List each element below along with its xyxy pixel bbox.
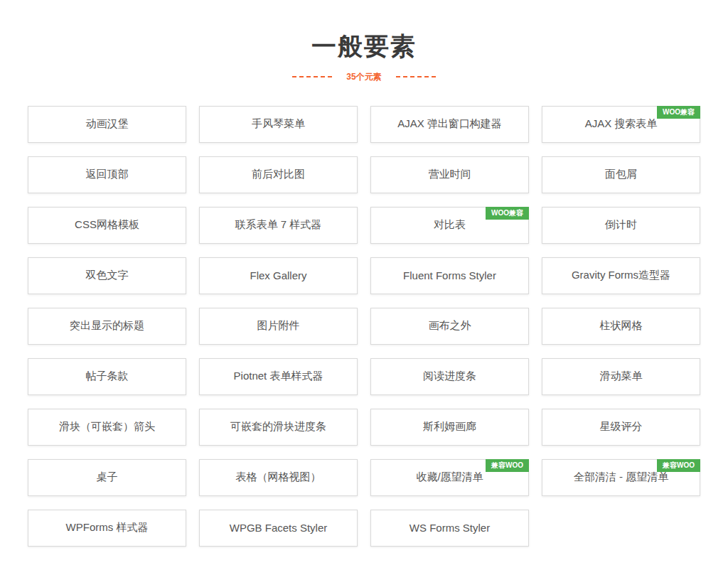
element-card[interactable]: Piotnet 表单样式器 — [199, 358, 358, 395]
element-card-label: 桌子 — [97, 471, 118, 484]
element-card-label: Flex Gallery — [250, 269, 306, 281]
element-card[interactable]: Flex Gallery — [199, 257, 358, 294]
element-card[interactable]: 阅读进度条 — [370, 358, 529, 395]
page-title: 一般要素 — [0, 33, 728, 60]
element-card-label: 柱状网格 — [600, 319, 643, 333]
element-card-label: 斯利姆画廊 — [423, 420, 476, 434]
element-count-label: 35个元素 — [346, 71, 381, 83]
element-card[interactable]: 突出显示的标题 — [28, 308, 186, 345]
element-card[interactable]: WPForms 样式器 — [28, 510, 186, 547]
element-card-label: 帖子条款 — [86, 370, 129, 383]
element-card[interactable]: Fluent Forms Styler — [370, 257, 529, 294]
element-card-label: 画布之外 — [429, 319, 471, 333]
element-card-label: 双色文字 — [86, 269, 129, 282]
element-card-label: 可嵌套的滑块进度条 — [230, 420, 326, 434]
element-card-label: Gravity Forms造型器 — [572, 269, 670, 282]
element-card-label: AJAX 弹出窗口构建器 — [397, 117, 502, 131]
element-card-label: AJAX 搜索表单 — [585, 117, 658, 131]
element-card[interactable]: 柱状网格 — [542, 308, 700, 345]
element-card-label: 收藏/愿望清单 — [416, 471, 483, 484]
element-card-label: 滑块（可嵌套）箭头 — [59, 420, 155, 434]
element-card-label: WPGB Facets Styler — [230, 522, 328, 534]
element-card[interactable]: WOO兼容 对比表 — [370, 207, 529, 244]
element-card[interactable]: 可嵌套的滑块进度条 — [199, 409, 358, 446]
element-card[interactable]: WS Forms Styler — [370, 510, 529, 547]
element-card-label: Fluent Forms Styler — [403, 269, 496, 281]
element-card[interactable]: 联系表单 7 样式器 — [199, 207, 358, 244]
element-card[interactable]: 图片附件 — [199, 308, 358, 345]
woo-badge: WOO兼容 — [486, 207, 529, 220]
element-card[interactable]: 倒计时 — [542, 207, 700, 244]
element-card[interactable]: 帖子条款 — [28, 358, 186, 395]
element-card-label: 面包屑 — [605, 168, 637, 181]
subtitle-row: 35个元素 — [0, 71, 728, 83]
element-card[interactable]: 桌子 — [28, 459, 186, 496]
element-card[interactable]: 滑块（可嵌套）箭头 — [28, 409, 186, 446]
element-card-label: 图片附件 — [257, 319, 300, 333]
element-card[interactable]: 表格（网格视图） — [199, 459, 358, 496]
element-card-label: 联系表单 7 样式器 — [235, 218, 322, 232]
element-card[interactable]: 兼容WOO 收藏/愿望清单 — [370, 459, 529, 496]
element-card-label: 滑动菜单 — [600, 370, 643, 383]
element-card-label: 返回顶部 — [86, 168, 129, 181]
element-card-label: Piotnet 表单样式器 — [234, 370, 323, 383]
element-card-label: 表格（网格视图） — [236, 471, 321, 484]
element-card-label: CSS网格模板 — [75, 218, 139, 232]
element-card-label: 倒计时 — [605, 218, 637, 232]
element-card[interactable]: 画布之外 — [370, 308, 529, 345]
element-card-label: WPForms 样式器 — [66, 521, 149, 534]
element-card-label: 阅读进度条 — [423, 370, 476, 383]
element-card[interactable]: CSS网格模板 — [28, 207, 186, 244]
element-card[interactable]: 动画汉堡 — [28, 106, 186, 143]
element-card[interactable]: 滑动菜单 — [542, 358, 700, 395]
elements-grid: 动画汉堡 手风琴菜单 AJAX 弹出窗口构建器 WOO兼容 AJAX 搜索表单 … — [28, 106, 700, 575]
element-card[interactable]: 营业时间 — [370, 156, 529, 193]
element-card[interactable]: 面包屑 — [542, 156, 700, 193]
element-card[interactable]: WOO兼容 AJAX 搜索表单 — [542, 106, 700, 143]
element-card[interactable]: 前后对比图 — [199, 156, 358, 193]
element-card-label: 前后对比图 — [252, 168, 305, 181]
element-card[interactable]: 手风琴菜单 — [199, 106, 358, 143]
element-card[interactable]: Gravity Forms造型器 — [542, 257, 700, 294]
element-card[interactable]: WPGB Facets Styler — [199, 510, 358, 547]
element-card[interactable]: 双色文字 — [28, 257, 186, 294]
element-card[interactable]: 星级评分 — [542, 409, 700, 446]
element-card-label: 手风琴菜单 — [252, 117, 305, 131]
element-card[interactable]: 返回顶部 — [28, 156, 186, 193]
element-card-label: 突出显示的标题 — [70, 319, 144, 333]
section-header: 一般要素 35个元素 — [0, 0, 728, 83]
element-card[interactable]: AJAX 弹出窗口构建器 — [370, 106, 529, 143]
dash-line-left — [292, 76, 332, 77]
element-card-label: 动画汉堡 — [86, 117, 129, 131]
woo-badge: WOO兼容 — [657, 106, 700, 119]
element-card[interactable]: 兼容WOO 全部清洁 - 愿望清单 — [542, 459, 700, 496]
element-card-label: 营业时间 — [429, 168, 471, 181]
element-card-label: 对比表 — [434, 218, 466, 232]
dash-line-right — [396, 76, 436, 77]
woo-badge: 兼容WOO — [657, 459, 700, 472]
element-card-label: 全部清洁 - 愿望清单 — [574, 471, 668, 484]
woo-badge: 兼容WOO — [486, 459, 529, 472]
element-card-label: 星级评分 — [600, 420, 643, 434]
element-card[interactable]: 斯利姆画廊 — [370, 409, 529, 446]
element-card-label: WS Forms Styler — [410, 522, 490, 534]
